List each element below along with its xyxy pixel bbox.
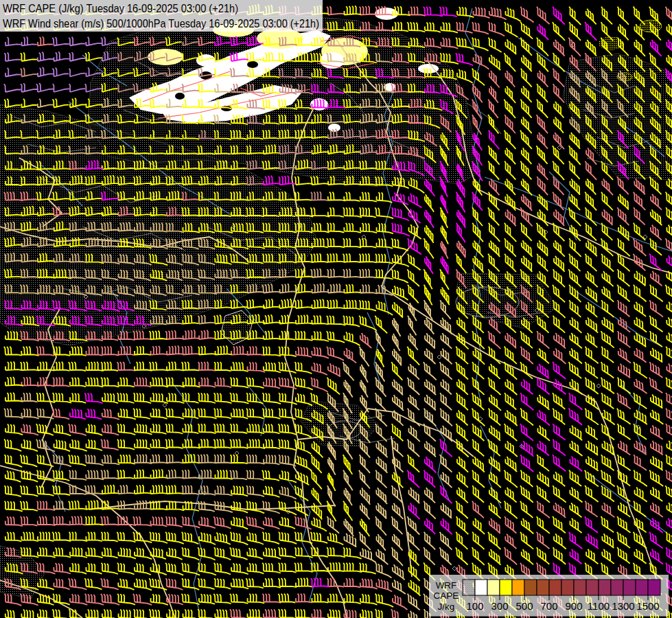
- svg-text:300: 300: [491, 600, 508, 612]
- svg-text:WRF CAPE (J/kg) Tuesday 16-09-: WRF CAPE (J/kg) Tuesday 16-09-2025 03:00…: [3, 2, 238, 15]
- svg-text:J/kg: J/kg: [438, 602, 455, 612]
- svg-text:900: 900: [565, 600, 582, 612]
- svg-text:500: 500: [515, 600, 533, 612]
- svg-text:1100: 1100: [588, 600, 610, 612]
- svg-text:100: 100: [466, 600, 483, 612]
- svg-text:1300: 1300: [612, 600, 634, 612]
- svg-text:CAPE: CAPE: [434, 591, 459, 601]
- svg-text:700: 700: [540, 600, 557, 612]
- svg-text:WRF Wind shear (m/s) 500/1000h: WRF Wind shear (m/s) 500/1000hPa Tuesday…: [3, 17, 319, 30]
- svg-text:WRF: WRF: [436, 580, 457, 591]
- svg-text:1500: 1500: [636, 600, 659, 612]
